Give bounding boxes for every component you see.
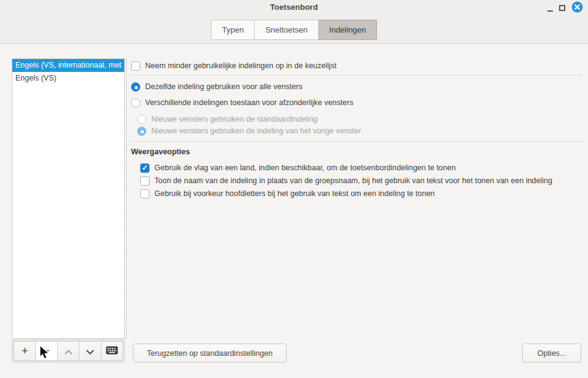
keyboard-settings-window: Toetsenbord Typen Sneltoetsen Indelingen — [0, 0, 588, 378]
layout-list-toolbar: + − — [12, 339, 125, 363]
add-layout-button[interactable]: + — [14, 341, 36, 361]
titlebar[interactable]: Toetsenbord — [0, 0, 588, 16]
chevron-down-icon — [86, 344, 94, 358]
close-button[interactable] — [571, 2, 583, 14]
option-less-common[interactable]: Neem minder gebruikelijke indelingen op … — [131, 60, 336, 71]
window-controls — [547, 0, 583, 16]
layout-list-item[interactable]: Engels (VS, internationaal, met — [12, 59, 124, 72]
tab-label: Typen — [222, 25, 244, 34]
option-separate-layouts[interactable]: Verschillende indelingen toestaan voor a… — [131, 97, 353, 108]
option-use-flag[interactable]: Gebruik de vlag van een land, indien bes… — [140, 162, 456, 173]
move-down-button[interactable] — [79, 341, 101, 361]
close-icon — [571, 1, 583, 15]
minus-icon: − — [43, 344, 50, 358]
tab-bar: Typen Sneltoetsen Indelingen — [0, 20, 588, 40]
window-title: Toetsenbord — [0, 2, 588, 12]
radio-button[interactable] — [131, 82, 140, 92]
keyboard-icon — [106, 344, 118, 358]
separator — [131, 75, 583, 76]
radio-button[interactable] — [131, 98, 140, 108]
pane-splitter[interactable] — [126, 58, 127, 339]
options-button[interactable]: Opties... — [522, 344, 581, 363]
button-label: Opties... — [538, 349, 566, 358]
tab-label: Indelingen — [329, 25, 366, 34]
option-label: Neem minder gebruikelijke indelingen op … — [145, 61, 336, 70]
option-new-windows-default: Nieuwe vensters gebruiken de standaardin… — [137, 114, 317, 125]
tab-sneltoetsen[interactable]: Sneltoetsen — [255, 20, 319, 40]
reset-defaults-button[interactable]: Terugzetten op standaardinstellingen — [133, 344, 287, 363]
option-label: Dezelfde indeling gebruiken voor alle ve… — [145, 82, 303, 91]
radio-button — [137, 127, 146, 136]
tab-label: Sneltoetsen — [265, 25, 308, 34]
display-options-header: Weergaveopties — [131, 148, 190, 156]
checkbox[interactable] — [140, 163, 149, 173]
window-header: Toetsenbord Typen Sneltoetsen Indelingen — [0, 0, 588, 44]
separator — [131, 141, 583, 142]
checkbox[interactable] — [140, 176, 149, 186]
option-new-windows-previous: Nieuwe vensters gebruiken de indeling va… — [137, 125, 361, 136]
option-show-layout-name[interactable]: Toon de naam van de indeling in plaats v… — [140, 175, 552, 186]
option-label: Verschillende indelingen toestaan voor a… — [145, 98, 353, 107]
show-keyboard-layout-button[interactable] — [101, 341, 123, 361]
option-label: Toon de naam van de indeling in plaats v… — [154, 176, 552, 185]
option-same-layout[interactable]: Dezelfde indeling gebruiken voor alle ve… — [131, 81, 303, 92]
tab-indelingen[interactable]: Indelingen — [319, 20, 377, 40]
move-up-button[interactable] — [57, 341, 79, 361]
checkbox[interactable] — [131, 61, 140, 71]
plus-icon: + — [22, 344, 28, 358]
checkbox[interactable] — [140, 189, 149, 199]
option-label: Gebruik bij voorkeur hoofdletters bij he… — [154, 189, 435, 198]
layout-list-item[interactable]: Engels (VS) — [12, 72, 124, 85]
remove-layout-button[interactable]: − — [35, 341, 57, 361]
maximize-button[interactable] — [559, 5, 565, 11]
minimize-button[interactable] — [547, 0, 553, 16]
option-label: Nieuwe vensters gebruiken de indeling va… — [151, 127, 361, 135]
option-label: Gebruik de vlag van een land, indien bes… — [154, 163, 456, 172]
chevron-up-icon — [65, 344, 73, 358]
radio-button — [137, 115, 146, 124]
tab-typen[interactable]: Typen — [211, 20, 255, 40]
option-label: Nieuwe vensters gebruiken de standaardin… — [151, 115, 317, 124]
option-uppercase[interactable]: Gebruik bij voorkeur hoofdletters bij he… — [140, 188, 435, 199]
layout-list: Engels (VS, internationaal, met Engels (… — [12, 58, 125, 339]
button-label: Terugzetten op standaardinstellingen — [147, 349, 272, 358]
